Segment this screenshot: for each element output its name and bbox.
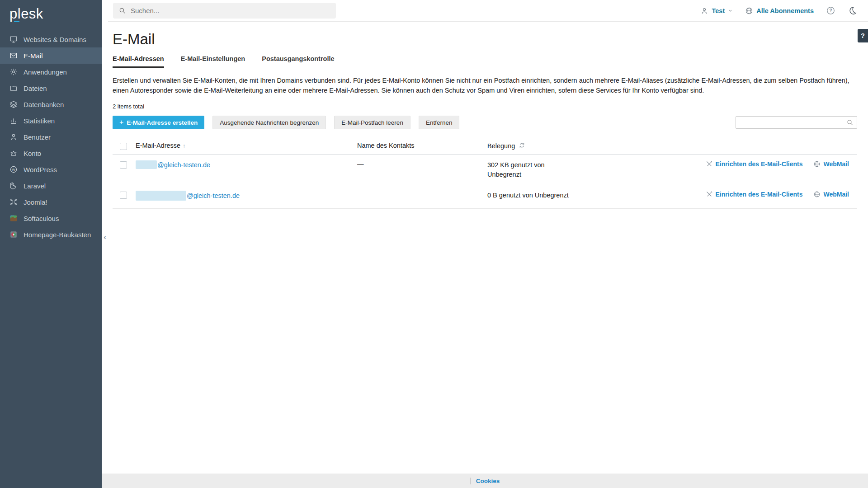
webmail-link[interactable]: WebMail [813, 160, 849, 168]
setup-mail-client-link[interactable]: Einrichten des E-Mail-Clients [706, 191, 803, 198]
create-email-button[interactable]: + E-Mail-Adresse erstellen [113, 116, 204, 129]
row-checkbox[interactable] [120, 192, 127, 199]
sidebar-item-joomla[interactable]: Joomla! [0, 194, 102, 210]
email-address-link[interactable]: @gleich-testen.de [187, 192, 240, 199]
sidebar-item-benutzer[interactable]: Benutzer [0, 129, 102, 145]
tab-email-adressen[interactable]: E-Mail-Adressen [113, 55, 164, 68]
sidebar-item-label: Joomla! [24, 198, 47, 206]
global-search[interactable] [113, 3, 336, 19]
page-title: E-Mail [113, 31, 857, 48]
svg-text:W: W [12, 168, 15, 172]
plus-icon: + [119, 119, 123, 126]
sidebar-item-homepage-baukasten[interactable]: Homepage-Baukasten [0, 226, 102, 243]
row-actions: Einrichten des E-Mail-Clients WebMail [578, 191, 849, 198]
sidebar-item-label: Websites & Domains [24, 36, 86, 43]
plesk-logo-text: plesk [9, 6, 43, 22]
search-icon [118, 7, 126, 14]
sidebar-item-label: Homepage-Baukasten [24, 231, 91, 239]
sidebar-item-label: WordPress [24, 166, 57, 174]
search-icon[interactable] [846, 119, 854, 126]
content: E-Mail E-Mail-Adressen E-Mail-Einstellun… [108, 22, 868, 488]
column-header-usage[interactable]: Belegung [487, 142, 578, 150]
footer: Cookies [102, 474, 868, 488]
sidebar-item-laravel[interactable]: Laravel [0, 178, 102, 194]
footer-divider [470, 478, 471, 484]
row-actions: Einrichten des E-Mail-Clients WebMail [578, 160, 849, 168]
sidebar-item-konto[interactable]: Konto [0, 145, 102, 161]
globe-icon [813, 160, 821, 168]
tab-postausgangskontrolle[interactable]: Postausgangskontrolle [262, 55, 334, 68]
table-filter-input[interactable] [740, 119, 846, 126]
sidebar-item-label: Anwendungen [24, 68, 67, 76]
sidebar-item-email[interactable]: E-Mail [0, 47, 102, 64]
usage-cell: 0 B genutzt von Unbegrenzt [487, 191, 578, 200]
collapse-chevron-icon: ‹ [104, 233, 106, 241]
wordpress-icon: W [9, 165, 18, 174]
plesk-logo[interactable]: plesk [0, 0, 102, 31]
bar-chart-icon [9, 117, 18, 125]
sidebar-item-label: Datenbanken [24, 101, 64, 108]
sidebar-item-statistiken[interactable]: Statistiken [0, 113, 102, 129]
tabs: E-Mail-Adressen E-Mail-Einstellungen Pos… [113, 55, 857, 68]
sidebar: plesk Websites & Domains E-Mail Anwendun… [0, 0, 102, 488]
setup-mail-client-link[interactable]: Einrichten des E-Mail-Clients [706, 160, 803, 168]
main-area: ‹ Test Alle Abonnements ? [102, 0, 868, 488]
globe-icon [745, 7, 753, 15]
limit-outgoing-button[interactable]: Ausgehende Nachrichten begrenzen [212, 116, 326, 129]
sidebar-collapse-handle[interactable]: ‹ [102, 0, 108, 474]
table-filter[interactable] [736, 116, 857, 129]
sidebar-item-label: E-Mail [24, 52, 43, 60]
sidebar-item-dateien[interactable]: Dateien [0, 80, 102, 96]
table-header-row: E-Mail-Adresse↑ Name des Kontakts Belegu… [113, 138, 857, 155]
softaculous-icon [9, 214, 18, 222]
help-tab[interactable]: ? [858, 29, 868, 42]
layers-icon [9, 100, 18, 108]
refresh-icon[interactable] [519, 142, 525, 150]
sort-asc-icon: ↑ [183, 142, 186, 149]
topbar: Test Alle Abonnements ? [108, 0, 868, 22]
sidebar-item-softaculous[interactable]: Softaculous [0, 210, 102, 226]
mail-icon [9, 52, 18, 60]
sidebar-item-datenbanken[interactable]: Datenbanken [0, 96, 102, 113]
joomla-icon [9, 198, 18, 206]
crown-icon [9, 149, 18, 157]
webmail-link[interactable]: WebMail [813, 191, 849, 198]
select-all-checkbox[interactable] [120, 143, 127, 150]
column-header-contact[interactable]: Name des Kontakts [357, 142, 487, 149]
moon-icon [848, 6, 857, 15]
user-icon [9, 133, 18, 141]
table-row: @gleich-testen.de — 0 B genutzt von Unbe… [113, 185, 857, 209]
sidebar-item-label: Statistiken [24, 117, 55, 125]
sidebar-item-label: Konto [24, 150, 41, 157]
user-menu-label: Test [712, 7, 725, 14]
sidebar-item-wordpress[interactable]: W WordPress [0, 161, 102, 178]
email-cell: @gleich-testen.de [136, 191, 357, 201]
dark-mode-toggle[interactable] [848, 6, 857, 15]
monitor-icon [9, 35, 18, 43]
sidebar-item-websites-domains[interactable]: Websites & Domains [0, 31, 102, 47]
help-icon: ? [826, 6, 835, 15]
row-checkbox[interactable] [120, 161, 127, 169]
help-button[interactable]: ? [826, 6, 835, 15]
toolbar: + E-Mail-Adresse erstellen Ausgehende Na… [113, 116, 857, 129]
plesk-logo-underscore [14, 21, 19, 22]
remove-button[interactable]: Entfernen [419, 116, 460, 129]
table-row: @gleich-testen.de — 302 KB genutzt von U… [113, 155, 857, 185]
redacted-email-local [136, 160, 157, 169]
svg-text:?: ? [829, 8, 832, 13]
tab-email-einstellungen[interactable]: E-Mail-Einstellungen [181, 55, 245, 68]
create-email-label: E-Mail-Adresse erstellen [127, 119, 198, 126]
email-table: E-Mail-Adresse↑ Name des Kontakts Belegu… [113, 138, 857, 209]
sidebar-item-anwendungen[interactable]: Anwendungen [0, 64, 102, 80]
globe-icon [813, 191, 821, 198]
all-subscriptions-link[interactable]: Alle Abonnements [745, 7, 814, 15]
sidebar-item-label: Benutzer [24, 133, 51, 141]
email-address-link[interactable]: @gleich-testen.de [157, 161, 210, 169]
user-menu[interactable]: Test [700, 7, 733, 15]
empty-mailbox-button[interactable]: E-Mail-Postfach leeren [334, 116, 410, 129]
cookies-link[interactable]: Cookies [476, 478, 500, 484]
laravel-icon [9, 182, 18, 190]
column-header-email[interactable]: E-Mail-Adresse↑ [136, 142, 357, 149]
search-input[interactable] [131, 7, 330, 14]
page-description: Erstellen und verwalten Sie E-Mail-Konte… [113, 75, 857, 95]
